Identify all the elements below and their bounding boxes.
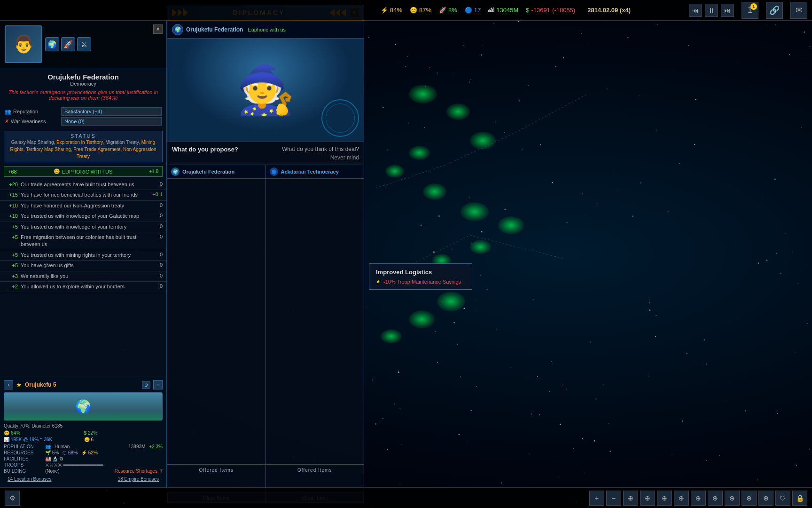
smiley-icon: 😊 — [54, 168, 60, 175]
filter-btn-1[interactable]: ⊕ — [623, 491, 638, 506]
facility-icons: 🏭 🔬 ⚙ — [45, 456, 63, 461]
next-planet-button[interactable]: › — [153, 380, 163, 389]
relation-bonus: +5 — [4, 262, 18, 268]
mail-icon: ✉ — [796, 5, 803, 16]
status-section: STATUS Galaxy Map Sharing, Exploration i… — [4, 131, 163, 162]
relation-description: You have honored our Non-Aggression trea… — [21, 202, 146, 209]
propose-section: What do you propose? — [172, 146, 238, 161]
filter-btn-4[interactable]: ⊕ — [674, 491, 689, 506]
filter-btn-5[interactable]: ⊕ — [691, 491, 706, 506]
faction-type-label: Democracy — [0, 81, 166, 87]
zoom-in-button[interactable]: + — [589, 491, 604, 506]
filter-btn-9[interactable]: ⊕ — [758, 491, 773, 506]
rewind-button[interactable]: ⏮ — [689, 4, 702, 17]
reputation-label: 👥 Reputation — [5, 109, 61, 115]
morale-stat-icon: 😊 — [84, 437, 90, 442]
relation-change: 0 — [148, 223, 163, 229]
shortages-value: Resource Shortages: 7 — [115, 468, 163, 474]
relation-row: +3We naturally like you0 — [0, 271, 166, 282]
relation-description: You have formed beneficial treaties with… — [21, 191, 146, 198]
shield-filter-button[interactable]: 🛡 — [775, 491, 790, 506]
faction-identity: Orujukefu Federation Democracy This fact… — [0, 68, 166, 105]
empire-bonuses-button[interactable]: 18 Empire Bonuses — [118, 476, 159, 482]
propose-title: What do you propose? — [172, 146, 238, 153]
war-weariness-row: ✗ War Weariness None (0) — [5, 117, 162, 126]
relation-row: +2You allowed us to explore within your … — [0, 282, 166, 292]
right-faction-icon: 🔵 — [270, 167, 278, 176]
euphoric-small-bonus: +1.0 — [149, 169, 158, 174]
faction-name-label: Orujukefu Federation — [0, 73, 166, 81]
relation-row: +5Free migration between our colonies ha… — [0, 232, 166, 250]
relation-description: Free migration between our colonies has … — [21, 234, 146, 248]
right-offered-label: Offered Items — [270, 468, 360, 473]
building-value: (None) — [45, 468, 60, 474]
relation-bonus: +5 — [4, 234, 18, 240]
filter-btn-8[interactable]: ⊕ — [742, 491, 757, 506]
war-weariness-value: None (0) — [61, 117, 162, 126]
relation-change: 0 — [148, 213, 163, 218]
panel-close-button[interactable]: × — [153, 24, 163, 34]
improved-logistics-tooltip: Improved Logistics ★ -10% Troop Maintena… — [369, 263, 472, 290]
tech-overlay — [321, 99, 359, 137]
population-count: 13893M — [128, 444, 145, 449]
settings-nav-button[interactable]: ⚙ — [5, 491, 20, 506]
relation-change: 0 — [148, 283, 163, 289]
filter-btn-6[interactable]: ⊕ — [708, 491, 723, 506]
mail-button[interactable]: ✉ — [790, 2, 807, 19]
energy-pct: ⚡ 52% — [81, 450, 98, 455]
relation-change: 0 — [148, 181, 163, 187]
playback-controls: ⏮ ⏸ ⏭ — [689, 4, 734, 17]
ships-value: 17 — [474, 7, 481, 14]
pause-button[interactable]: ⏸ — [705, 4, 718, 17]
network-button[interactable]: 🔗 — [766, 2, 783, 19]
hud-population: 🏙 13045M — [488, 7, 518, 14]
planet-thumbnail: 🌍 — [4, 392, 163, 421]
relation-bonus: +5 — [4, 223, 18, 230]
planet-tag: ⊙ — [142, 381, 150, 389]
approval-value: 87% — [419, 7, 431, 14]
zoom-out-button[interactable]: − — [606, 491, 621, 506]
speed-badge: 1 — [750, 3, 757, 10]
relation-row: +20Our trade agreements have built trust… — [0, 180, 166, 190]
planet-panel: ‹ ★ Orujukefu 5 ⊙ › 🌍 Quality 70%, Diame… — [0, 376, 166, 487]
prod-stat-icon: 📊 — [4, 437, 9, 442]
right-faction-name: Ackdarian Technocracy — [281, 169, 339, 175]
planet-name-label: Orujukefu 5 — [25, 381, 56, 388]
tooltip-effect-0: ★ -10% Troop Maintenance Savings — [376, 278, 465, 285]
planet-stats-grid: 😊 64% $ 22% 📊 195K @ 19% = 36K 😊 6 — [4, 430, 163, 442]
speed-button[interactable]: 1 1 — [742, 2, 758, 19]
right-items-list — [266, 179, 364, 464]
trade-area: 🌍 Orujukefu Federation Offered Items Cle… — [167, 165, 364, 503]
fast-forward-button[interactable]: ⏭ — [721, 4, 734, 17]
faction-small-icons: 🌍 🚀 ⚔ — [45, 37, 91, 51]
relation-change: 0 — [148, 202, 163, 208]
pop-value: 13045M — [496, 7, 518, 14]
troops-label: TROOPS — [4, 462, 41, 468]
filter-btn-3[interactable]: ⊕ — [657, 491, 672, 506]
resources-row: RESOURCES 🌱 5% ⬡ 68% ⚡ 52% — [4, 450, 163, 455]
hud-credits: $ -13691 (-18055) — [526, 7, 575, 14]
faction-portrait: 👨 — [5, 25, 42, 63]
status-treaties-text: Galaxy Map Sharing, Exploration in Terri… — [8, 139, 158, 160]
relation-description: Our trade agreements have built trust be… — [21, 181, 146, 188]
pop-icon: 🏙 — [488, 7, 494, 14]
hud-controls: ⏮ ⏸ ⏭ 1 1 🔗 ✉ — [689, 2, 807, 19]
lock-filter-button[interactable]: 🔒 — [792, 491, 807, 506]
relation-row: +5You trusted us with knowledge of your … — [0, 222, 166, 232]
filter-btn-2[interactable]: ⊕ — [640, 491, 655, 506]
facilities-row: FACILITIES 🏭 🔬 ⚙ — [4, 456, 163, 461]
dialog-content-area: What do you propose? What do you think o… — [167, 142, 364, 165]
relation-description: You allowed us to explore within your bo… — [21, 283, 146, 290]
right-trade-column: 🔵 Ackdarian Technocracy Offered Items Cl… — [266, 165, 364, 503]
rep-icon: 👥 — [5, 109, 11, 115]
filter-btn-7[interactable]: ⊕ — [725, 491, 740, 506]
dialog-faction-icon: 🌍 — [172, 24, 183, 35]
dialog-faction-name: Orujukefu Federation — [186, 26, 243, 33]
euphoric-plus-value: +68 — [8, 169, 17, 175]
think-response[interactable]: Never mind — [282, 154, 359, 161]
star-icon: ★ — [16, 381, 22, 389]
location-bonuses-button[interactable]: 14 Location Bonuses — [8, 476, 51, 482]
prev-planet-button[interactable]: ‹ — [4, 380, 13, 389]
diplomat-portrait: 🧙 — [236, 63, 295, 118]
diplomacy-dialog: DIPLOMACY × 🌍 Orujukefu Federation Eupho… — [167, 5, 364, 503]
